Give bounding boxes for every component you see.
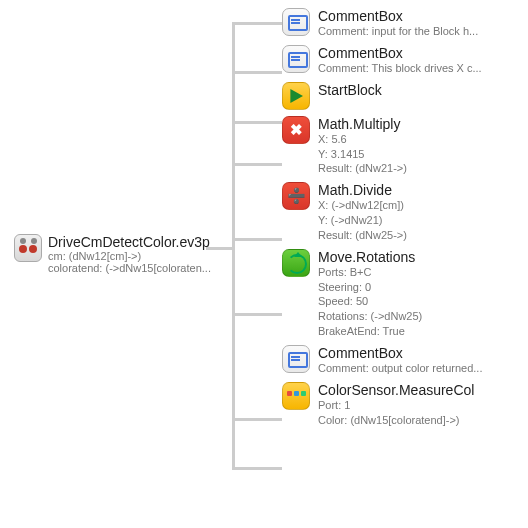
- start-icon: [282, 82, 310, 110]
- color-icon: [282, 382, 310, 410]
- move-icon: [282, 249, 310, 277]
- node-title: CommentBox: [318, 45, 518, 61]
- node-detail: Result: (dNw25->): [318, 228, 518, 243]
- tree-node[interactable]: ColorSensor.MeasureColPort: 1Color: (dNw…: [282, 382, 528, 428]
- node-text: CommentBoxComment: This block drives X c…: [318, 45, 518, 76]
- node-detail: BrakeAtEnd: True: [318, 324, 518, 339]
- node-detail: Speed: 50: [318, 294, 518, 309]
- root-sub-1: cm: (dNw12[cm]->): [48, 250, 223, 262]
- node-text: CommentBoxComment: input for the Block h…: [318, 8, 518, 39]
- node-detail: Result: (dNw21->): [318, 161, 518, 176]
- node-detail: Color: (dNw15[coloratend]->): [318, 413, 518, 428]
- node-detail: X: (->dNw12[cm]): [318, 198, 518, 213]
- node-detail: Comment: This block drives X c...: [318, 61, 518, 76]
- node-detail: Comment: input for the Block h...: [318, 24, 518, 39]
- tree-connector-horizontal: [232, 238, 282, 241]
- node-title: CommentBox: [318, 345, 518, 361]
- node-title: Math.Divide: [318, 182, 518, 198]
- tree-node[interactable]: CommentBoxComment: This block drives X c…: [282, 45, 528, 76]
- node-detail: Steering: 0: [318, 280, 518, 295]
- comment-icon: [282, 345, 310, 373]
- tree-connector-horizontal: [232, 418, 282, 421]
- node-title: Move.Rotations: [318, 249, 518, 265]
- svg-marker-0: [290, 89, 303, 103]
- node-detail: Rotations: (->dNw25): [318, 309, 518, 324]
- root-sub-2: coloratend: (->dNw15[coloraten...: [48, 262, 223, 274]
- node-text: ColorSensor.MeasureColPort: 1Color: (dNw…: [318, 382, 518, 428]
- tree-node[interactable]: Move.RotationsPorts: B+CSteering: 0Speed…: [282, 249, 528, 339]
- root-node[interactable]: DriveCmDetectColor.ev3p cm: (dNw12[cm]->…: [14, 234, 224, 274]
- node-text: Math.MultiplyX: 5.6Y: 3.1415Result: (dNw…: [318, 116, 518, 177]
- program-icon: [14, 234, 42, 262]
- math-icon: ✖: [282, 116, 310, 144]
- root-title: DriveCmDetectColor.ev3p: [48, 234, 228, 250]
- math-icon: ➗: [282, 182, 310, 210]
- node-detail: Comment: output color returned...: [318, 361, 518, 376]
- node-title: StartBlock: [318, 82, 382, 98]
- tree-connector-horizontal: [232, 121, 282, 124]
- tree-connector-root: [206, 247, 234, 250]
- tree-connector-vertical: [232, 22, 235, 470]
- tree-node[interactable]: ✖Math.MultiplyX: 5.6Y: 3.1415Result: (dN…: [282, 116, 528, 177]
- tree-node[interactable]: CommentBoxComment: output color returned…: [282, 345, 528, 376]
- node-title: CommentBox: [318, 8, 518, 24]
- comment-icon: [282, 8, 310, 36]
- root-text: DriveCmDetectColor.ev3p cm: (dNw12[cm]->…: [48, 234, 228, 274]
- tree-connector-horizontal: [232, 467, 282, 470]
- node-detail: Ports: B+C: [318, 265, 518, 280]
- children-list: CommentBoxComment: input for the Block h…: [282, 8, 528, 434]
- tree-node[interactable]: CommentBoxComment: input for the Block h…: [282, 8, 528, 39]
- node-text: CommentBoxComment: output color returned…: [318, 345, 518, 376]
- node-detail: X: 5.6: [318, 132, 518, 147]
- node-detail: Port: 1: [318, 398, 518, 413]
- node-title: Math.Multiply: [318, 116, 518, 132]
- node-detail: Y: 3.1415: [318, 147, 518, 162]
- tree-connector-horizontal: [232, 313, 282, 316]
- node-detail: Y: (->dNw21): [318, 213, 518, 228]
- node-text: StartBlock: [318, 82, 382, 98]
- tree-connector-horizontal: [232, 163, 282, 166]
- node-text: Move.RotationsPorts: B+CSteering: 0Speed…: [318, 249, 518, 339]
- tree-connector-horizontal: [232, 22, 282, 25]
- tree-node[interactable]: ➗Math.DivideX: (->dNw12[cm])Y: (->dNw21)…: [282, 182, 528, 243]
- node-text: Math.DivideX: (->dNw12[cm])Y: (->dNw21)R…: [318, 182, 518, 243]
- node-title: ColorSensor.MeasureCol: [318, 382, 518, 398]
- comment-icon: [282, 45, 310, 73]
- tree-node[interactable]: StartBlock: [282, 82, 528, 110]
- tree-connector-horizontal: [232, 71, 282, 74]
